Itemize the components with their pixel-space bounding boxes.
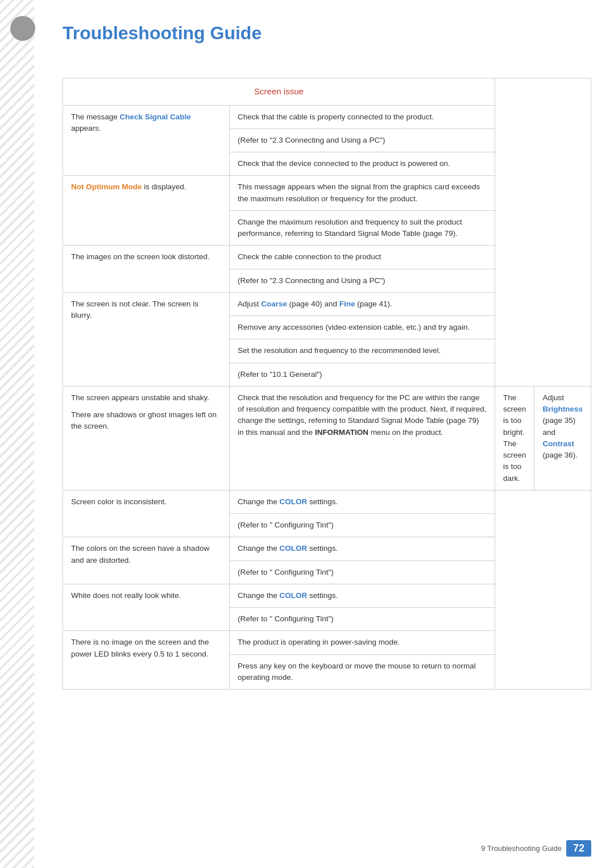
issue-line: There are shadows or ghost images left o… [71, 409, 221, 433]
solution-cell: Change the COLOR settings. [230, 490, 495, 513]
solution-cell: (Refer to "10.1 General") [230, 363, 495, 386]
solution-cell: Set the resolution and frequency to the … [230, 339, 495, 363]
table-row: There is no image on the screen and the … [63, 631, 591, 654]
issue-cell: Screen color is inconsistent. [63, 490, 230, 537]
page-title: Troubleshooting Guide [63, 23, 591, 44]
bold-term: COLOR [280, 591, 308, 600]
issue-line: The screen appears unstable and shaky. [71, 392, 221, 404]
solution-cell: Check that the cable is properly connect… [230, 105, 495, 128]
table-row: The message Check Signal Cable appears. … [63, 105, 591, 128]
solution-cell: (Refer to " Configuring Tint") [230, 608, 495, 631]
table-row: Screen color is inconsistent. Change the… [63, 490, 591, 513]
issue-cell: The message Check Signal Cable appears. [63, 105, 230, 176]
issue-cell: The screen appears unstable and shaky. T… [63, 386, 230, 490]
solution-cell: Change the maximum resolution and freque… [230, 210, 495, 246]
solution-cell: Press any key on the keyboard or move th… [230, 654, 495, 690]
bold-term: COLOR [280, 497, 308, 506]
solution-cell: Change the COLOR settings. [230, 584, 495, 607]
solution-cell: The product is operating in power-saving… [230, 631, 495, 654]
solution-cell: Check the cable connection to the produc… [230, 246, 495, 269]
issue-cell: There is no image on the screen and the … [63, 631, 230, 690]
solution-cell: Check that the resolution and frequency … [230, 386, 495, 490]
issue-cell: Not Optimum Mode is displayed. [63, 176, 230, 246]
bold-term: Not Optimum Mode [71, 182, 142, 191]
page-number: 72 [566, 840, 591, 857]
bold-term: Fine [339, 300, 355, 308]
table-row: The images on the screen look distorted.… [63, 246, 591, 269]
solution-cell: (Refer to "2.3 Connecting and Using a PC… [230, 128, 495, 152]
chapter-badge [10, 16, 35, 41]
table-row: Not Optimum Mode is displayed. This mess… [63, 176, 591, 211]
solution-cell: This message appears when the signal fro… [230, 176, 495, 211]
solution-cell: Remove any accessories (video extension … [230, 316, 495, 339]
bold-term: Contrast [542, 439, 574, 448]
solution-cell: Change the COLOR settings. [230, 537, 495, 560]
bold-term: Check Signal Cable [120, 113, 191, 121]
solution-cell: Adjust Coarse (page 40) and Fine (page 4… [230, 292, 495, 315]
solution-cell: Adjust Brightness (page 35) and Contrast… [534, 386, 591, 490]
solution-cell: (Refer to " Configuring Tint") [230, 560, 495, 584]
footer-label: 9 Troubleshooting Guide [481, 844, 562, 853]
table-section-header: Screen issue [63, 78, 495, 106]
decorative-stripe [0, 0, 34, 868]
bold-term: Brightness [542, 405, 583, 413]
table-row: The screen is not clear. The screen is b… [63, 292, 591, 315]
issue-cell: The screen is not clear. The screen is b… [63, 292, 230, 386]
issue-cell: The screen is too bright. The screen is … [495, 386, 534, 490]
issue-cell: The colors on the screen have a shadow a… [63, 537, 230, 584]
page-footer: 9 Troubleshooting Guide 72 [481, 840, 591, 857]
bold-term: Coarse [261, 300, 287, 308]
issue-table: Screen issue The message Check Signal Ca… [63, 78, 591, 690]
issue-cell: The images on the screen look distorted. [63, 246, 230, 293]
table-row: White does not really look white. Change… [63, 584, 591, 607]
solution-cell: Check that the device connected to the p… [230, 152, 495, 176]
issue-cell: White does not really look white. [63, 584, 230, 631]
bold-term: COLOR [280, 544, 308, 553]
table-row: The colors on the screen have a shadow a… [63, 537, 591, 560]
solution-cell: (Refer to " Configuring Tint") [230, 514, 495, 537]
solution-cell: (Refer to "2.3 Connecting and Using a PC… [230, 269, 495, 292]
bold-term: INFORMATION [315, 428, 368, 437]
